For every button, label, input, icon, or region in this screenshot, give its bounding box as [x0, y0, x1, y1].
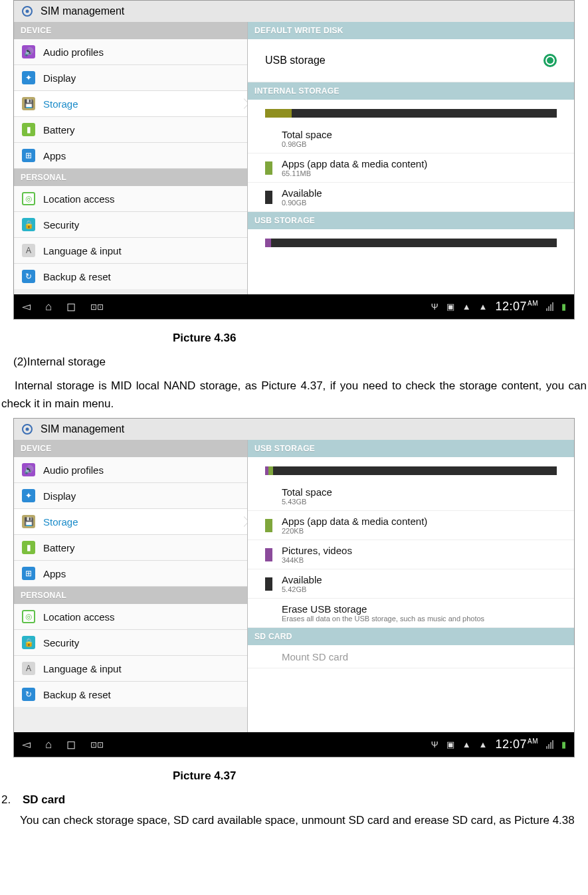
recent-apps-icon[interactable]: ◻ [66, 301, 76, 312]
home-icon[interactable]: ⌂ [45, 301, 52, 312]
sidebar-item-location-access[interactable]: ◎ Location access [14, 186, 247, 212]
home-icon[interactable]: ⌂ [45, 739, 52, 750]
recent-apps-icon[interactable]: ◻ [66, 739, 76, 750]
sidebar-item-label: Storage [43, 98, 78, 110]
settings-gear-icon [21, 423, 34, 436]
screenshot-icon[interactable]: ⊡⊡ [90, 741, 104, 749]
sidebar-item-audio-profiles[interactable]: 🔊 Audio profiles [14, 457, 247, 483]
sidebar: DEVICE 🔊 Audio profiles ✦ Display 💾 Stor… [14, 22, 248, 294]
sidebar-item-label: Backup & reset [43, 689, 111, 700]
sidebar-item-backup-reset[interactable]: ↻ Backup & reset [14, 682, 247, 707]
back-icon[interactable]: ◅ [22, 739, 31, 750]
radio-selected-icon[interactable] [543, 54, 557, 67]
image-icon: ▣ [446, 302, 454, 311]
sidebar-item-security[interactable]: 🔒 Security [14, 212, 247, 238]
apps-icon: ⊞ [22, 149, 35, 162]
sidebar-item-label: Display [43, 72, 76, 84]
sidebar-header-device: DEVICE [14, 440, 247, 457]
section-internal-storage: INTERNAL STORAGE [248, 82, 574, 100]
window-titlebar: SIM management [14, 1, 574, 22]
sidebar-item-label: Location access [43, 193, 115, 205]
status-time: 12:07AM [495, 300, 538, 314]
storage-usage-bar [248, 457, 574, 482]
language-icon: A [22, 662, 35, 675]
section-sd-card: SD CARD [248, 628, 574, 645]
battery-icon: ▮ [561, 740, 566, 749]
sidebar-item-audio-profiles[interactable]: 🔊 Audio profiles [14, 39, 247, 65]
content-panel: USB STORAGE Total space5.43GB Apps (app … [248, 440, 574, 732]
svg-point-3 [26, 428, 29, 431]
location-icon: ◎ [22, 192, 35, 205]
action-erase-usb-storage[interactable]: Erase USB storageErases all data on the … [248, 599, 574, 628]
sidebar-header-personal: PERSONAL [14, 169, 247, 186]
language-icon: A [22, 244, 35, 257]
sidebar-item-apps[interactable]: ⊞ Apps [14, 143, 247, 169]
screenshot-icon[interactable]: ⊡⊡ [90, 303, 104, 311]
sidebar-item-display[interactable]: ✦ Display [14, 483, 247, 509]
sidebar-item-language-input[interactable]: A Language & input [14, 656, 247, 682]
sidebar-item-security[interactable]: 🔒 Security [14, 630, 247, 656]
audio-icon: 🔊 [22, 45, 35, 58]
stat-available[interactable]: Available5.42GB [248, 569, 574, 599]
sidebar-item-storage[interactable]: 💾 Storage [14, 509, 247, 535]
section-usb-storage: USB STORAGE [248, 212, 574, 229]
stat-total-space[interactable]: Total space5.43GB [248, 482, 574, 511]
battery-icon: ▮ [22, 541, 35, 554]
stat-available[interactable]: Available0.90GB [248, 183, 574, 212]
body-paragraph: You can check storage space, SD card ava… [0, 807, 588, 835]
sidebar-item-battery[interactable]: ▮ Battery [14, 535, 247, 561]
sidebar-item-apps[interactable]: ⊞ Apps [14, 561, 247, 587]
usb-icon: Ψ [431, 740, 439, 749]
sidebar: DEVICE 🔊 Audio profiles ✦ Display 💾 Stor… [14, 440, 248, 732]
image-icon: ▣ [446, 740, 454, 749]
bar-segment-used [265, 109, 292, 118]
battery-icon: ▮ [22, 123, 35, 136]
warning-icon: ▲ [479, 740, 488, 749]
back-icon[interactable]: ◅ [22, 301, 31, 312]
stat-pictures-videos[interactable]: Pictures, videos344KB [248, 540, 574, 569]
screenshot-storage-1: SIM management DEVICE 🔊 Audio profiles ✦… [13, 0, 575, 320]
reset-icon: ↻ [22, 270, 35, 283]
section-heading: (2)Internal storage [0, 353, 588, 374]
sidebar-item-display[interactable]: ✦ Display [14, 65, 247, 91]
bar-segment-free [292, 109, 557, 118]
storage-usage-bar-usb [248, 229, 574, 254]
section-usb-storage: USB STORAGE [248, 440, 574, 457]
sidebar-item-location-access[interactable]: ◎ Location access [14, 604, 247, 630]
action-mount-sd-card[interactable]: Mount SD card [248, 645, 574, 668]
settings-gear-icon [21, 5, 34, 18]
status-time: 12:07AM [495, 738, 538, 751]
sidebar-item-label: Security [43, 637, 79, 648]
option-usb-storage[interactable]: USB storage [248, 39, 574, 82]
sidebar-item-backup-reset[interactable]: ↻ Backup & reset [14, 264, 247, 289]
sidebar-item-label: Apps [43, 568, 66, 579]
sidebar-item-label: Battery [43, 542, 75, 553]
warning-icon: ▲ [479, 302, 488, 311]
storage-icon: 💾 [22, 515, 35, 528]
option-label: USB storage [265, 54, 326, 66]
chip-icon [265, 161, 272, 175]
sidebar-item-battery[interactable]: ▮ Battery [14, 117, 247, 143]
screenshot-storage-2: SIM management DEVICE 🔊 Audio profiles ✦… [13, 418, 575, 757]
sidebar-item-label: Security [43, 219, 79, 231]
stat-total-space[interactable]: Total space0.98GB [248, 124, 574, 153]
sidebar-item-label: Apps [43, 150, 66, 161]
sidebar-item-label: Battery [43, 124, 75, 136]
apps-icon: ⊞ [22, 567, 35, 580]
sidebar-item-label: Audio profiles [43, 47, 104, 58]
figure-caption: Picture 4.37 [0, 757, 588, 791]
chip-icon [265, 577, 272, 591]
sidebar-item-storage[interactable]: 💾 Storage [14, 91, 247, 117]
sidebar-item-label: Display [43, 490, 76, 502]
stat-apps[interactable]: Apps (app data & media content)65.11MB [248, 153, 574, 183]
bar-segment [268, 466, 273, 475]
display-icon: ✦ [22, 71, 35, 84]
sidebar-item-label: Language & input [43, 663, 122, 674]
reset-icon: ↻ [22, 688, 35, 701]
sidebar-header-personal: PERSONAL [14, 587, 247, 604]
storage-icon: 💾 [22, 97, 35, 110]
bar-segment-free [271, 239, 557, 247]
stat-apps[interactable]: Apps (app data & media content)220KB [248, 511, 574, 540]
sidebar-item-label: Backup & reset [43, 271, 111, 282]
sidebar-item-language-input[interactable]: A Language & input [14, 238, 247, 264]
